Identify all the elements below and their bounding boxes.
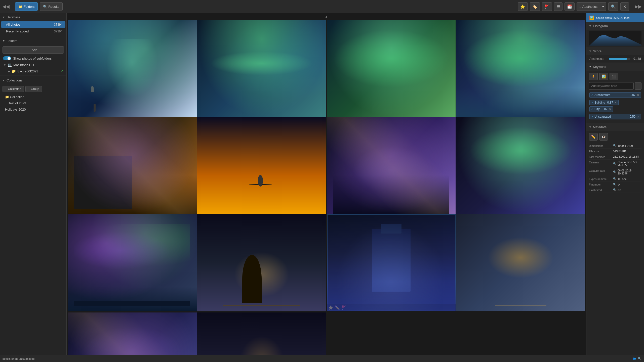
fnumber-search-icon[interactable]: 🔍 bbox=[613, 183, 617, 186]
folder-check-icon: ✓ bbox=[61, 69, 63, 73]
folders-section-header[interactable]: ▼ Folders bbox=[0, 37, 66, 45]
photo-cell[interactable] bbox=[197, 117, 326, 214]
photo-cell[interactable] bbox=[456, 117, 585, 214]
photo-grid-container: ▲ bbox=[67, 13, 586, 355]
status-search-icon[interactable]: 🔍 bbox=[638, 357, 641, 360]
keyword-object-btn[interactable]: ⬛ bbox=[610, 73, 618, 80]
photo-flag-icon[interactable]: 🚩 bbox=[341, 305, 346, 310]
results-tab[interactable]: 🔍 Results bbox=[40, 2, 62, 11]
histogram-triangle: ▼ bbox=[589, 25, 591, 27]
keyword-tags-architecture-row: ✓ Architecture 0.87 ✕ bbox=[589, 92, 641, 98]
photo-cell[interactable] bbox=[197, 312, 326, 355]
keyword-tag-city: ✓ City 0.87 ✕ bbox=[589, 106, 613, 112]
metadata-edit-btn[interactable]: ✏️ bbox=[589, 133, 598, 141]
capturedate-key: Capture date bbox=[589, 169, 612, 172]
photo-cell[interactable] bbox=[197, 20, 326, 117]
add-collection-btn[interactable]: + Collection bbox=[3, 86, 24, 92]
list-btn[interactable]: ☰ bbox=[554, 2, 562, 11]
add-group-btn[interactable]: + Group bbox=[25, 86, 42, 92]
calendar-btn[interactable]: 📅 bbox=[565, 2, 575, 11]
folders-tab-label: Folders bbox=[24, 5, 34, 9]
keywords-header[interactable]: ▼ Keywords bbox=[586, 63, 644, 71]
photo-cell[interactable] bbox=[197, 214, 326, 311]
photo-cell[interactable] bbox=[456, 214, 585, 311]
keyword-input[interactable] bbox=[589, 82, 634, 90]
photo-cell[interactable] bbox=[68, 214, 197, 311]
file-info-header: 🖼️ pexels-photo-2636923.jpeg bbox=[586, 13, 644, 22]
dimensions-search-icon[interactable]: 🔍 bbox=[613, 144, 617, 147]
capturedate-val: 🔍 06.06.2019, 20:33:54 bbox=[613, 169, 641, 175]
photo-cell[interactable] bbox=[68, 20, 197, 117]
folder-icon: 📁 bbox=[12, 69, 16, 73]
metadata-label: Metadata bbox=[593, 125, 607, 129]
lastmodified-val: 26.03.2021, 16:13:54 bbox=[613, 155, 641, 158]
fnumber-val: 🔍 f/4 bbox=[613, 183, 641, 186]
photo-cell-selected[interactable]: ⭐ ✏️ 🚩 bbox=[327, 214, 456, 311]
flag-btn[interactable]: 🚩 bbox=[542, 2, 552, 11]
histogram-header[interactable]: ▼ Histogram bbox=[586, 22, 644, 30]
filename-label: pexels-photo-2636923.jpeg bbox=[596, 16, 629, 19]
sort-dropdown-caret[interactable]: ▾ bbox=[600, 2, 606, 11]
sidebar-item-all-photos[interactable]: All photos 37394 bbox=[1, 21, 65, 28]
add-folder-btn[interactable]: + Add bbox=[3, 46, 64, 54]
histogram-label: Histogram bbox=[593, 24, 608, 28]
nav-back-btn[interactable]: ◀◀ bbox=[2, 3, 11, 10]
flash-search-icon[interactable]: 🔍 bbox=[613, 188, 617, 192]
metadata-row-exposure: Exposure time 🔍 1/5 sec. bbox=[589, 176, 641, 182]
metadata-header[interactable]: ▼ Metadata bbox=[586, 123, 644, 131]
photo-star-icon[interactable]: ⭐ bbox=[328, 305, 333, 310]
database-section-header[interactable]: ▼ Database bbox=[0, 13, 66, 21]
keyword-add-btn[interactable]: + bbox=[635, 82, 641, 90]
drive-expand-icon: ▼ bbox=[4, 64, 6, 66]
subfolders-toggle[interactable] bbox=[3, 56, 11, 60]
collections-section-header[interactable]: ▼ Collections bbox=[0, 76, 66, 84]
folder-tree-drive[interactable]: ▼ 💻 Macintosh HD bbox=[0, 62, 66, 68]
sidebar-item-best-2023[interactable]: Best of 2023 bbox=[0, 100, 66, 106]
photo-cell[interactable] bbox=[327, 117, 456, 214]
metadata-view-btn[interactable]: 👁️ bbox=[599, 133, 608, 141]
aesthetics-score-label: Aesthetics: bbox=[589, 57, 607, 61]
city-tag-score: 0.87 bbox=[602, 107, 608, 111]
camera-search-icon[interactable]: 🔍 bbox=[613, 162, 617, 165]
unsaturated-remove-btn[interactable]: ✕ bbox=[637, 115, 639, 118]
building-remove-btn[interactable]: ✕ bbox=[615, 101, 617, 104]
status-people-icon[interactable]: 👥 bbox=[632, 357, 636, 360]
city-remove-btn[interactable]: ✕ bbox=[609, 108, 611, 111]
exposure-key: Exposure time bbox=[589, 177, 612, 180]
results-tab-label: Results bbox=[48, 5, 59, 9]
photo-cell[interactable] bbox=[456, 20, 585, 117]
flash-val: 🔍 No bbox=[613, 188, 641, 192]
photo-cell[interactable] bbox=[327, 20, 456, 117]
photo-cell[interactable] bbox=[68, 117, 197, 214]
folder-tree-excire[interactable]: ▶ 📁 ExcireDS2023 ✓ bbox=[0, 68, 66, 74]
capturedate-search-icon[interactable]: 🔍 bbox=[613, 170, 617, 174]
sidebar-item-holidays-2020[interactable]: Holidays 2020 bbox=[0, 106, 66, 113]
folder-label: ExcireDS2023 bbox=[17, 69, 38, 73]
photo-cell[interactable] bbox=[68, 312, 197, 355]
star-btn[interactable]: ⭐ bbox=[518, 2, 528, 11]
metadata-row-flash: Flash fired 🔍 No bbox=[589, 187, 641, 193]
tag-btn[interactable]: 🏷️ bbox=[530, 2, 540, 11]
sidebar-item-recently-added[interactable]: Recently added 37394 bbox=[1, 28, 65, 34]
sort-dropdown[interactable]: ↓ Aesthetics bbox=[577, 2, 600, 11]
building-check-icon[interactable]: ✓ bbox=[591, 101, 593, 104]
database-triangle: ▼ bbox=[3, 16, 5, 19]
collapse-bar[interactable]: ▲ bbox=[67, 14, 586, 19]
photo-edit-icon[interactable]: ✏️ bbox=[335, 305, 340, 310]
keyword-face-btn[interactable]: 🖼️ bbox=[599, 73, 608, 80]
keyword-tags-unsaturated-row: ✓ Unsaturated 0.50 ✕ bbox=[589, 113, 641, 120]
folders-tab[interactable]: 📁 Folders bbox=[15, 2, 38, 11]
close-btn[interactable]: ✕ bbox=[620, 2, 629, 11]
architecture-remove-btn[interactable]: ✕ bbox=[637, 94, 639, 97]
unsaturated-tag-score: 0.50 bbox=[630, 115, 635, 118]
unsaturated-check-icon[interactable]: ✓ bbox=[591, 115, 593, 118]
exposure-search-icon[interactable]: 🔍 bbox=[613, 177, 617, 180]
keyword-person-btn[interactable]: 🧍 bbox=[589, 73, 598, 80]
architecture-check-icon[interactable]: ✓ bbox=[591, 94, 593, 97]
search-btn[interactable]: 🔍 bbox=[608, 2, 618, 11]
score-header[interactable]: ▼ Score bbox=[586, 47, 644, 55]
nav-forward-btn[interactable]: ▶▶ bbox=[634, 3, 643, 10]
city-check-icon[interactable]: ✓ bbox=[591, 108, 593, 111]
metadata-row-filesize: File size 519.33 KB bbox=[589, 149, 641, 154]
dimensions-val: 🔍 1920 x 2400 bbox=[613, 144, 641, 147]
